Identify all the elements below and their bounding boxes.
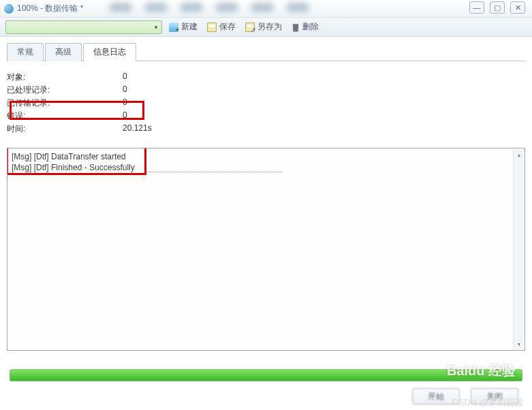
tab-general[interactable]: 常规 [7, 43, 44, 61]
content-area: 常规 高级 信息日志 对象: 0 已处理记录: 0 已传输记录: 0 错误: 0… [0, 37, 532, 351]
scroll-down-icon[interactable]: ▾ [514, 338, 524, 349]
delete-label: 删除 [302, 21, 319, 33]
progress-fill [10, 370, 522, 381]
log-line: [Msg] [Dtf] DataTransfer started [12, 151, 520, 162]
stat-label: 时间: [7, 123, 123, 135]
profile-combo[interactable]: ▼ [5, 20, 162, 34]
save-as-button[interactable]: 另存为 [242, 20, 285, 34]
dialog-buttons: 开始 关闭 [412, 388, 518, 405]
stat-value: 0 [123, 84, 127, 96]
delete-button[interactable]: 删除 [289, 20, 322, 34]
start-button[interactable]: 开始 [412, 388, 460, 405]
stat-row-errors: 错误: 0 [7, 110, 525, 123]
window-controls: — ▢ ✕ [469, 1, 525, 14]
stat-label: 错误: [7, 110, 123, 122]
title-bar: 100% - 数据传输 * — ▢ ✕ [0, 0, 532, 18]
stat-row-processed: 已处理记录: 0 [7, 84, 525, 97]
stats-block: 对象: 0 已处理记录: 0 已传输记录: 0 错误: 0 时间: 20.121… [7, 71, 525, 136]
stat-value: 0 [123, 110, 127, 122]
close-button[interactable]: 关闭 [471, 388, 518, 405]
stat-value: 20.121s [123, 123, 152, 135]
chevron-down-icon: ▼ [153, 24, 159, 30]
save-icon [207, 22, 217, 32]
save-as-icon [245, 22, 255, 32]
tabs: 常规 高级 信息日志 [7, 42, 525, 61]
stat-value: 0 [123, 97, 127, 109]
tab-advanced[interactable]: 高级 [45, 43, 82, 61]
save-as-label: 另存为 [257, 21, 282, 33]
app-icon [4, 4, 14, 14]
window-title: 100% - 数据传输 * [17, 3, 83, 14]
tab-info-log[interactable]: 信息日志 [83, 43, 136, 61]
stat-row-transferred: 已传输记录: 0 [7, 97, 525, 110]
trash-icon [292, 22, 300, 32]
log-scrollbar[interactable]: ▴ ▾ [513, 149, 524, 349]
maximize-button[interactable]: ▢ [490, 1, 505, 14]
close-window-button[interactable]: ✕ [510, 1, 525, 14]
progress-bar [10, 369, 522, 381]
save-label: 保存 [219, 21, 236, 33]
stat-value: 0 [123, 72, 127, 83]
toolbar: ▼ 新建 保存 另存为 删除 [0, 18, 532, 37]
dotted-rule [146, 172, 283, 172]
log-panel: [Msg] [Dtf] DataTransfer started [Msg] [… [7, 148, 525, 351]
new-label: 新建 [181, 21, 198, 33]
stat-label: 已传输记录: [7, 97, 123, 109]
stat-label: 对象: [7, 72, 123, 83]
new-icon [169, 22, 178, 32]
save-button[interactable]: 保存 [204, 20, 238, 34]
stat-row-objects: 对象: 0 [7, 71, 525, 84]
new-button[interactable]: 新建 [166, 20, 200, 34]
stat-row-time: 时间: 20.121s [7, 123, 525, 136]
stat-label: 已处理记录: [7, 84, 123, 96]
scroll-up-icon[interactable]: ▴ [514, 149, 524, 160]
blurred-decor [109, 3, 309, 12]
minimize-button[interactable]: — [469, 1, 484, 14]
